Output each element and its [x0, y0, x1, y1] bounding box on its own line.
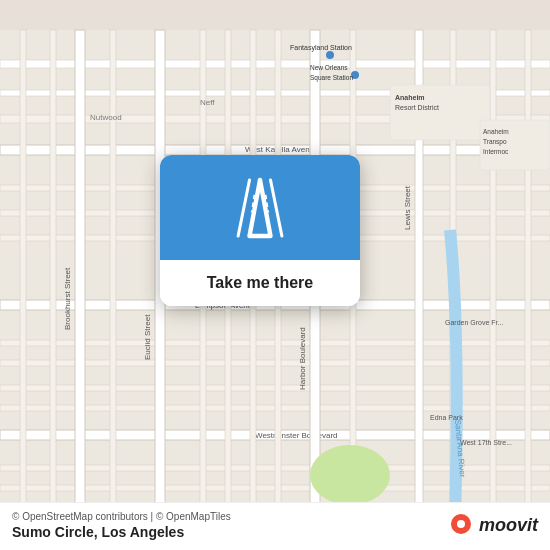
moovit-name: moovit [479, 515, 538, 536]
svg-rect-37 [490, 30, 496, 520]
take-me-there-button[interactable]: Take me there [160, 260, 360, 306]
road-icon [225, 173, 295, 243]
map-container: West Katella Avenue Lampson Avenue Westm… [0, 0, 550, 550]
svg-text:Square Station: Square Station [310, 74, 353, 82]
bottom-bar: © OpenStreetMap contributors | © OpenMap… [0, 502, 550, 550]
location-text: Sumo Circle, Los Angeles [12, 524, 231, 540]
svg-text:Transpo: Transpo [483, 138, 507, 146]
svg-point-48 [326, 51, 334, 59]
svg-text:Edna Park: Edna Park [430, 414, 463, 421]
moovit-icon [447, 512, 475, 540]
svg-text:Westminster Boulevard: Westminster Boulevard [255, 431, 338, 440]
svg-text:Fantasyland Station: Fantasyland Station [290, 44, 352, 52]
svg-text:Garden Grove Fr...: Garden Grove Fr... [445, 319, 503, 326]
svg-text:Anaheim: Anaheim [395, 94, 425, 101]
svg-rect-22 [75, 30, 85, 520]
svg-text:Anaheim: Anaheim [483, 128, 509, 135]
svg-text:Neff: Neff [200, 98, 215, 107]
svg-text:Brookhurst Street: Brookhurst Street [63, 267, 72, 330]
svg-line-61 [238, 180, 249, 236]
svg-text:Harbor Boulevard: Harbor Boulevard [298, 327, 307, 390]
bottom-left-info: © OpenStreetMap contributors | © OpenMap… [12, 511, 231, 540]
svg-text:Intermoc: Intermoc [483, 148, 509, 155]
svg-text:Euclid Street: Euclid Street [143, 314, 152, 360]
svg-point-64 [457, 520, 465, 528]
svg-line-62 [271, 180, 282, 236]
svg-marker-58 [250, 180, 271, 236]
svg-text:West 17th Stre...: West 17th Stre... [460, 439, 512, 446]
svg-rect-24 [110, 30, 116, 520]
svg-text:New Orleans: New Orleans [310, 64, 348, 71]
navigation-card: Take me there [160, 155, 360, 306]
moovit-logo: moovit [447, 512, 538, 540]
svg-rect-38 [525, 30, 531, 520]
svg-rect-21 [50, 30, 56, 520]
attribution-text: © OpenStreetMap contributors | © OpenMap… [12, 511, 231, 522]
svg-point-39 [310, 445, 390, 505]
nav-card-icon-area [160, 155, 360, 260]
svg-text:Resort District: Resort District [395, 104, 439, 111]
svg-text:Lewis Street: Lewis Street [403, 185, 412, 230]
svg-rect-20 [20, 30, 26, 520]
svg-text:Nutwood: Nutwood [90, 113, 122, 122]
